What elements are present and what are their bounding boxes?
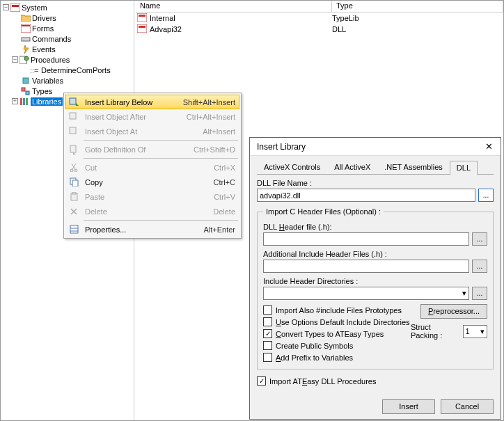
svg-rect-0 bbox=[10, 3, 20, 12]
svg-rect-9 bbox=[22, 88, 25, 91]
insert-after-icon bbox=[67, 112, 81, 122]
events-icon bbox=[20, 45, 31, 54]
dll-icon bbox=[137, 24, 147, 34]
preprocessor-button[interactable]: Preprocessor... bbox=[420, 304, 487, 319]
include-dirs-label: Include Header Directories : bbox=[263, 277, 487, 285]
forms-icon bbox=[20, 24, 31, 33]
browse-header-button[interactable]: ... bbox=[472, 232, 487, 246]
commands-icon bbox=[20, 34, 31, 43]
svg-rect-4 bbox=[22, 38, 30, 41]
list-header: Name Type bbox=[136, 1, 503, 13]
browse-dll-button[interactable]: ... bbox=[478, 189, 494, 202]
collapse-icon[interactable]: − bbox=[3, 4, 9, 10]
collapse-icon[interactable]: − bbox=[12, 56, 18, 63]
chevron-down-icon: ▾ bbox=[462, 289, 466, 298]
menu-properties[interactable]: Properties... Alt+Enter bbox=[65, 222, 239, 237]
system-icon bbox=[10, 3, 20, 12]
additional-headers-input[interactable] bbox=[263, 260, 469, 273]
struct-packing-select[interactable]: 1▾ bbox=[463, 325, 487, 338]
tree-item-detcomports[interactable]: ::=DetermineComPorts bbox=[1, 65, 134, 75]
insert-button[interactable]: Insert bbox=[382, 399, 435, 414]
insert-below-icon bbox=[67, 97, 81, 107]
col-name[interactable]: Name bbox=[136, 1, 332, 12]
svg-rect-15 bbox=[139, 15, 145, 17]
group-legend: Import C Header Files (Optional) : bbox=[263, 207, 384, 216]
types-icon bbox=[20, 86, 31, 95]
tab-all-activex[interactable]: All ActiveX bbox=[327, 160, 377, 175]
svg-rect-1 bbox=[12, 5, 19, 7]
proc-icon: ::= bbox=[29, 65, 40, 74]
menu-cut: Cut Ctrl+X bbox=[65, 160, 239, 175]
svg-rect-20 bbox=[70, 127, 76, 134]
browse-add-headers-button[interactable]: ... bbox=[472, 260, 487, 273]
chevron-down-icon: ▾ bbox=[480, 327, 485, 336]
svg-rect-16 bbox=[137, 24, 147, 33]
svg-rect-25 bbox=[72, 180, 78, 186]
browse-include-dirs-button[interactable]: ... bbox=[472, 287, 487, 300]
menu-separator bbox=[84, 158, 238, 159]
tree-label: System bbox=[22, 3, 47, 12]
menu-insert-object-at: Insert Object At Alt+Insert bbox=[65, 124, 239, 138]
dialog-tabs: ActiveX Controls All ActiveX .NET Assemb… bbox=[257, 160, 494, 175]
tree-item-events[interactable]: Events bbox=[1, 44, 134, 54]
dialog-footer: Insert Cancel bbox=[250, 394, 501, 420]
header-file-label: DLL Header file (.h): bbox=[263, 223, 487, 231]
dll-filename-label: DLL File Name : bbox=[257, 179, 494, 187]
list-row[interactable]: Advapi32 DLL bbox=[136, 24, 503, 35]
tree-item-variables[interactable]: Variables bbox=[1, 75, 134, 86]
tree-item-drivers[interactable]: Drivers bbox=[1, 13, 134, 23]
tree-item-forms[interactable]: Forms bbox=[1, 23, 134, 33]
procedures-icon bbox=[19, 55, 29, 64]
menu-separator bbox=[84, 140, 238, 141]
svg-rect-28 bbox=[70, 225, 78, 233]
svg-rect-8 bbox=[23, 78, 29, 84]
menu-goto-definition: Goto Definition Of Ctrl+Shift+D bbox=[65, 142, 239, 157]
goto-icon bbox=[67, 145, 81, 154]
dll-filename-input[interactable] bbox=[257, 189, 475, 202]
chk-add-prefix[interactable]: Add Prefix to Variables bbox=[263, 351, 411, 363]
svg-rect-21 bbox=[70, 145, 76, 152]
svg-rect-12 bbox=[23, 98, 25, 105]
tab-dll[interactable]: DLL bbox=[450, 161, 478, 175]
list-row[interactable]: Internal TypeLib bbox=[136, 13, 503, 24]
variables-icon bbox=[20, 76, 31, 85]
additional-headers-label: Additional Include Header Files (.h) : bbox=[263, 250, 487, 258]
chk-import-ateasy-dll[interactable]: Import ATEasy DLL Procedures bbox=[257, 375, 494, 387]
svg-rect-17 bbox=[139, 26, 145, 28]
tab-activex-controls[interactable]: ActiveX Controls bbox=[257, 160, 327, 175]
col-type[interactable]: Type bbox=[332, 1, 503, 12]
chk-import-also[interactable]: Import Also #include Files Prototypes bbox=[263, 304, 411, 316]
menu-separator bbox=[84, 220, 238, 221]
tree-item-procedures[interactable]: −Procedures bbox=[1, 54, 134, 65]
chk-convert-types[interactable]: Convert Types to ATEasy Types bbox=[263, 328, 411, 340]
svg-rect-14 bbox=[137, 13, 147, 22]
expand-icon[interactable]: + bbox=[12, 98, 18, 104]
import-headers-group: Import C Header Files (Optional) : DLL H… bbox=[257, 207, 494, 370]
include-dirs-combo[interactable]: ▾ bbox=[263, 287, 469, 300]
chk-use-default-dirs[interactable]: Use Options Default Include Directories bbox=[263, 316, 411, 328]
dialog-title: Insert Library bbox=[257, 142, 481, 152]
svg-point-6 bbox=[24, 56, 29, 61]
libraries-icon bbox=[19, 97, 29, 106]
tree-item-commands[interactable]: Commands bbox=[1, 33, 134, 44]
svg-rect-3 bbox=[22, 25, 30, 26]
tree-root[interactable]: − System bbox=[1, 2, 134, 13]
insert-library-dialog: Insert Library ✕ ActiveX Controls All Ac… bbox=[249, 137, 501, 420]
svg-text:::=: ::= bbox=[30, 66, 39, 74]
svg-rect-11 bbox=[20, 98, 22, 105]
dialog-titlebar: Insert Library ✕ bbox=[250, 138, 501, 156]
close-button[interactable]: ✕ bbox=[481, 140, 496, 154]
tab-net-assemblies[interactable]: .NET Assemblies bbox=[377, 160, 450, 175]
insert-at-icon bbox=[67, 127, 81, 136]
menu-insert-object-after: Insert Object After Ctrl+Alt+Insert bbox=[65, 109, 239, 124]
menu-copy[interactable]: Copy Ctrl+C bbox=[65, 175, 239, 189]
properties-icon bbox=[67, 225, 81, 234]
cancel-button[interactable]: Cancel bbox=[441, 399, 494, 414]
menu-insert-library-below[interactable]: Insert Library Below Shift+Alt+Insert bbox=[65, 95, 239, 109]
context-menu: Insert Library Below Shift+Alt+Insert In… bbox=[63, 93, 242, 239]
struct-packing-label: Struct Packing : bbox=[411, 323, 460, 340]
svg-rect-19 bbox=[70, 113, 76, 119]
header-file-input[interactable] bbox=[263, 232, 469, 246]
chk-public-symbols[interactable]: Create Public Symbols bbox=[263, 340, 411, 351]
cut-icon bbox=[67, 163, 81, 172]
